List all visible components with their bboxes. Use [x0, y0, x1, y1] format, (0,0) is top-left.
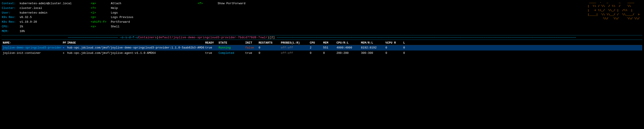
col-restarts-header: RESTARTS	[258, 41, 280, 44]
row2-ready: true	[204, 51, 218, 56]
row1-cpu: 2	[309, 46, 322, 50]
breadcrumb-namespace: default/joylive-demo-springcloud3-provid…	[158, 36, 268, 39]
row2-cpurl: 200:200	[336, 51, 360, 56]
col-pcpur-header: %CPU R	[384, 41, 402, 44]
key-q: <?>	[91, 6, 111, 11]
row1-restarts: 0	[258, 46, 280, 50]
table-row[interactable]: joylive-init-container ● hub-vpc.jdcloud…	[2, 50, 642, 56]
desc-a: Attach	[111, 1, 121, 6]
col-init-header: INIT	[244, 41, 258, 44]
row2-name: joylive-init-container	[2, 51, 62, 56]
col-memrl-header: MEM/R:L	[360, 41, 384, 44]
row2-pcpur: 0	[384, 51, 402, 56]
k9s-logo: ____ . _ _ ____ | \\ / \\ / \\ / \\ | < …	[586, 0, 640, 21]
row1-l: 0	[402, 46, 411, 50]
cpu-value: 1%	[20, 24, 23, 29]
k8srev-line: K8s Rev: v1.19.9-20	[2, 20, 78, 24]
shortcut-a: <a> Attach	[91, 1, 184, 6]
cluster-label: Cluster:	[2, 6, 20, 11]
main-container: Context: kubernetes-admin@cluster.local …	[0, 0, 644, 129]
key-a: <a>	[91, 1, 111, 6]
key-s: <s>	[91, 24, 111, 29]
desc-q: Help	[111, 6, 118, 11]
cluster-value: cluster.local	[20, 6, 42, 11]
desc-sf: PortForward	[111, 20, 130, 24]
user-value: kubernetes-admin	[20, 11, 48, 15]
desc-f: Show PortForward	[218, 1, 246, 6]
row1-pf: ●	[62, 46, 66, 50]
row2-l: 0	[402, 51, 411, 56]
context-line: Context: kubernetes-admin@cluster.local	[2, 1, 78, 6]
breadcrumb-resource: Containers	[138, 36, 157, 39]
k9srev-line: K9s Rev: v0.32.5	[2, 15, 78, 20]
key-f: <f>	[198, 1, 218, 6]
k9srev-value: v0.32.5	[20, 15, 32, 20]
col-image-header: IMAGE	[66, 41, 204, 44]
k9srev-label: K9s Rev:	[2, 15, 20, 20]
desc-s: Shell	[111, 24, 120, 29]
user-label: User:	[2, 11, 20, 15]
mem-line: MEM: 18%	[2, 29, 78, 34]
row1-image: hub-vpc.jdcloud.com/jmsf/joylive-demo-sp…	[66, 46, 204, 50]
row1-mem: 551	[322, 46, 336, 50]
row2-probes: off:off	[280, 51, 309, 56]
row2-state: Completed	[218, 51, 244, 56]
cpu-line: CPU: 1%	[2, 24, 78, 29]
row2-restarts: 0	[258, 51, 280, 56]
row2-init: true	[244, 51, 258, 56]
row1-cpurl: 4000:4000	[336, 46, 360, 50]
row2-memrl: 300:300	[360, 51, 384, 56]
shortcuts-col1: <a> Attach <?> Help <l> Logs <p> Logs Pr…	[78, 1, 184, 34]
left-info: Context: kubernetes-admin@cluster.local …	[2, 1, 78, 34]
col-cpu-header: CPU	[309, 41, 322, 44]
shortcut-s: <s> Shell	[91, 24, 184, 29]
context-value: kubernetes-admin@cluster.local	[20, 1, 72, 6]
shortcut-p: <p> Logs Previous	[91, 15, 184, 20]
breadcrumb-count: [2]	[269, 36, 275, 39]
top-info: Context: kubernetes-admin@cluster.local …	[2, 1, 642, 34]
shortcut-sf: <shift-f> PortForward	[91, 20, 184, 24]
col-l-header: L	[402, 41, 411, 44]
cluster-line: Cluster: cluster.local	[2, 6, 78, 11]
shortcut-l: <l> Logs	[91, 11, 184, 15]
row1-memrl: 8192:8192	[360, 46, 384, 50]
breadcrumb-path: ─────────────────────────── ─o─s─d─f─u	[68, 36, 138, 39]
row2-pf: ●	[62, 51, 66, 56]
k8srev-label: K8s Rev:	[2, 20, 20, 24]
breadcrumb-bar: ─────────────────────────── ─o─s─d─f─uCo…	[2, 35, 642, 40]
row1-pcpur: 0	[384, 46, 402, 50]
key-sf: <shift-f>	[91, 20, 111, 24]
user-line: User: kubernetes-admin	[2, 11, 78, 15]
col-name-header: NAME↑	[2, 41, 62, 44]
col-pf-header: PF	[62, 41, 66, 44]
col-probes-header: PROBES(L:R)	[280, 41, 309, 44]
context-label: Context:	[2, 1, 20, 6]
breadcrumb-tail: ────────────────────────────────────────…	[275, 36, 576, 39]
cpu-label: CPU:	[2, 24, 20, 29]
shortcut-q: <?> Help	[91, 6, 184, 11]
row2-mem: 0	[322, 51, 336, 56]
table-header: NAME↑ PF IMAGE READY STATE INIT RESTARTS…	[2, 41, 642, 45]
row1-probes: off:off	[280, 46, 309, 50]
col-ready-header: READY	[204, 41, 218, 44]
table-container: NAME↑ PF IMAGE READY STATE INIT RESTARTS…	[2, 41, 642, 128]
row1-ready: true	[204, 46, 218, 50]
col-state-header: STATE	[218, 41, 244, 44]
mem-label: MEM:	[2, 29, 20, 34]
table-row[interactable]: joylive-demo-springcloud3-provider ● hub…	[2, 45, 642, 51]
row2-cpu: 0	[309, 51, 322, 56]
mem-value: 18%	[20, 29, 25, 34]
shortcuts-col2: <f> Show PortForward	[184, 1, 273, 34]
row1-init: false	[244, 46, 258, 50]
col-cpurl-header: CPU/R:L	[336, 41, 360, 44]
key-p: <p>	[91, 15, 111, 20]
desc-l: Logs	[111, 11, 118, 15]
col-mem-header: MEM	[322, 41, 336, 44]
row1-name: joylive-demo-springcloud3-provider	[2, 46, 62, 50]
desc-p: Logs Previous	[111, 15, 133, 20]
shortcut-f: <f> Show PortForward	[198, 1, 273, 6]
row1-state: Running	[218, 46, 244, 50]
key-l: <l>	[91, 11, 111, 15]
row2-image: hub-vpc.jdcloud.com/jmsf/joylive-agent:v…	[66, 51, 204, 56]
k8srev-value: v1.19.9-20	[20, 20, 37, 24]
